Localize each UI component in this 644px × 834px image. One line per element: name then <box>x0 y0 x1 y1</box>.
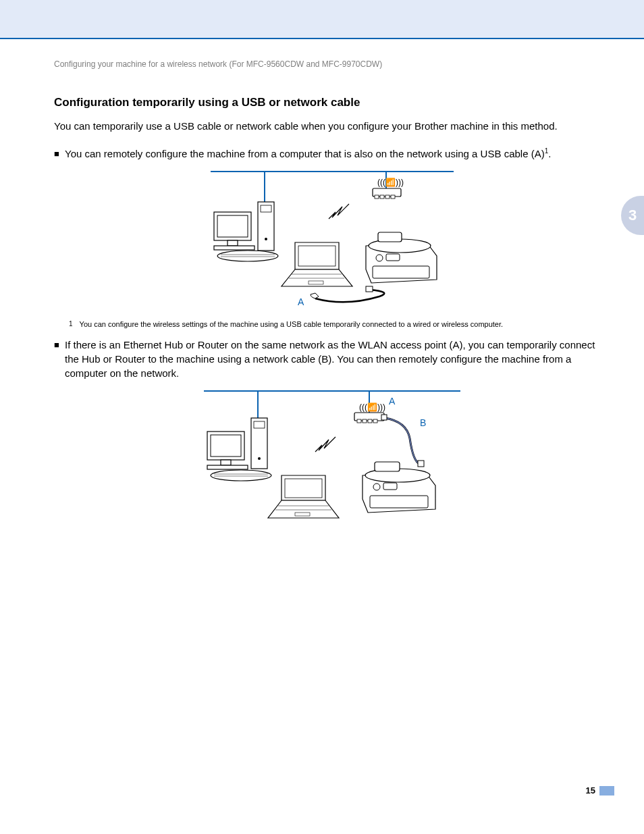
svg-point-25 <box>376 255 383 261</box>
footnote-text: You can configure the wireless settings … <box>80 320 504 328</box>
router-icon: (((📶))) <box>373 177 404 199</box>
svg-rect-19 <box>375 195 379 199</box>
laptop-icon <box>268 475 339 518</box>
svg-rect-57 <box>383 483 397 490</box>
page-number: 15 <box>586 785 595 796</box>
svg-text:(((📶))): (((📶))) <box>359 402 385 412</box>
section-title: Configuration temporarily using a USB or… <box>54 96 597 109</box>
desktop-pc-icon <box>207 418 271 481</box>
figure1-label-a: A <box>298 296 304 307</box>
svg-point-56 <box>373 484 380 490</box>
svg-rect-49 <box>363 419 367 423</box>
svg-rect-52 <box>381 415 387 420</box>
svg-rect-27 <box>373 266 429 278</box>
figure2-label-b: B <box>420 417 426 428</box>
svg-rect-5 <box>227 240 238 246</box>
figure2-label-a: A <box>389 396 396 407</box>
router-icon: (((📶))) <box>354 402 385 423</box>
svg-text:(((📶))): (((📶))) <box>377 177 404 187</box>
svg-rect-34 <box>221 460 231 465</box>
svg-rect-4 <box>217 215 248 237</box>
chapter-number: 3 <box>628 207 637 224</box>
svg-rect-22 <box>391 195 395 199</box>
bullet-1-end: . <box>548 148 551 159</box>
svg-point-10 <box>217 251 278 261</box>
bullet-1-main: You can remotely configure the machine f… <box>65 148 545 159</box>
content-area: Configuring your machine for a wireless … <box>0 39 644 536</box>
svg-rect-6 <box>214 246 254 250</box>
svg-rect-16 <box>308 281 323 284</box>
wireless-signal-icon <box>329 204 349 219</box>
svg-point-38 <box>258 457 261 460</box>
svg-rect-58 <box>370 496 428 508</box>
bullet-item-2: ■ If there is an Ethernet Hub or Router … <box>54 338 597 380</box>
intro-paragraph: You can temporarily use a USB cable or n… <box>54 119 597 133</box>
svg-rect-50 <box>368 419 372 423</box>
figure-1: (((📶))) <box>54 165 597 316</box>
svg-rect-20 <box>380 195 384 199</box>
svg-rect-28 <box>366 286 373 292</box>
bullet-item-1: ■ You can remotely configure the machine… <box>54 147 597 161</box>
svg-rect-45 <box>295 513 310 516</box>
top-band <box>0 0 644 39</box>
svg-rect-55 <box>375 462 400 471</box>
bullet-mark-icon: ■ <box>54 147 65 161</box>
bullet-2-text: If there is an Ethernet Hub or Router on… <box>65 338 597 380</box>
svg-rect-21 <box>385 195 390 199</box>
svg-point-9 <box>265 238 267 240</box>
figure-2: (((📶))) A B <box>54 384 597 536</box>
svg-rect-35 <box>207 465 248 469</box>
figure-2-svg: (((📶))) A B <box>190 384 460 533</box>
svg-rect-53 <box>418 461 424 467</box>
bullet-mark-icon: ■ <box>54 338 65 380</box>
svg-rect-8 <box>261 205 271 212</box>
page: 3 Configuring your machine for a wireles… <box>0 0 644 834</box>
svg-rect-42 <box>285 479 322 498</box>
svg-rect-51 <box>373 419 377 423</box>
svg-point-39 <box>211 470 271 481</box>
printer-icon <box>363 462 435 513</box>
page-accent <box>599 786 614 796</box>
svg-rect-33 <box>211 435 241 457</box>
usb-cable-icon <box>311 286 384 302</box>
wireless-signal-icon <box>315 437 336 452</box>
svg-rect-26 <box>386 254 400 261</box>
footnote-1: 1 You can configure the wireless setting… <box>69 320 597 328</box>
svg-rect-48 <box>357 419 361 423</box>
svg-rect-37 <box>254 421 265 428</box>
svg-rect-13 <box>298 246 336 266</box>
ethernet-cable-icon <box>381 415 424 467</box>
bullet-1-text: You can remotely configure the machine f… <box>65 147 551 161</box>
laptop-icon <box>281 242 352 286</box>
svg-rect-24 <box>378 232 402 242</box>
desktop-pc-icon <box>214 202 278 261</box>
printer-icon <box>366 232 437 283</box>
running-head: Configuring your machine for a wireless … <box>54 59 597 69</box>
footnote-number: 1 <box>69 320 73 328</box>
figure-1-svg: (((📶))) <box>197 165 454 313</box>
